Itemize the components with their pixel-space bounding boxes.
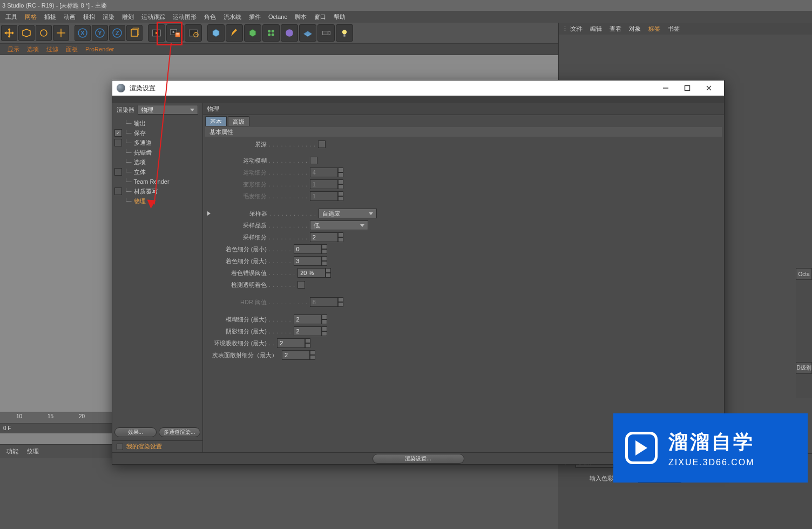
tool-lock-x-icon[interactable]: X bbox=[75, 25, 91, 41]
in-sssmax[interactable]: 2 bbox=[282, 350, 310, 360]
in-sampsub[interactable]: 2 bbox=[310, 232, 338, 242]
play-icon bbox=[625, 432, 658, 464]
chk-detect[interactable] bbox=[297, 281, 305, 289]
menu-octane[interactable]: Octane bbox=[268, 14, 287, 20]
svg-text:Y: Y bbox=[98, 30, 102, 36]
tool-circle-icon[interactable] bbox=[36, 25, 52, 41]
tick: 15 bbox=[48, 413, 53, 419]
tool-lock-y-icon[interactable]: Y bbox=[92, 25, 108, 41]
chk-dof[interactable] bbox=[318, 140, 326, 148]
menu-plugins[interactable]: 插件 bbox=[249, 13, 261, 21]
in-defsub[interactable]: 1 bbox=[310, 179, 338, 189]
in-hairsub[interactable]: 1 bbox=[310, 191, 338, 201]
subbar-options[interactable]: 选项 bbox=[27, 45, 39, 53]
tool-pen-icon[interactable] bbox=[226, 24, 243, 42]
subbar-filter[interactable]: 过滤 bbox=[46, 45, 58, 53]
tool-axis-icon[interactable] bbox=[53, 25, 69, 41]
om-view[interactable]: 查看 bbox=[610, 25, 621, 33]
om-edit[interactable]: 编辑 bbox=[590, 25, 602, 33]
menu-script[interactable]: 脚本 bbox=[295, 13, 307, 21]
om-tags[interactable]: 标签 bbox=[648, 25, 660, 33]
tool-cube-icon[interactable] bbox=[18, 25, 35, 41]
minimize-button[interactable] bbox=[655, 81, 676, 96]
sel-quality[interactable]: 低 bbox=[310, 220, 368, 230]
material-manager[interactable] bbox=[0, 458, 558, 529]
sel-sampler[interactable]: 自适应 bbox=[319, 209, 377, 218]
tool-floor-icon[interactable] bbox=[299, 24, 316, 42]
om-object[interactable]: 对象 bbox=[629, 25, 641, 33]
menu-render[interactable]: 渲染 bbox=[103, 13, 114, 21]
section-basic-props: 基本属性 bbox=[205, 127, 722, 137]
cat-teamrender[interactable]: └─Team Render bbox=[112, 177, 202, 186]
cat-stereo[interactable]: └─立体 bbox=[112, 167, 202, 177]
lbl-defsub: 变形细分 bbox=[243, 180, 267, 189]
tool-prim-cube-icon[interactable] bbox=[207, 24, 225, 42]
chk-motionblur[interactable] bbox=[310, 157, 317, 164]
subbar-prorender[interactable]: ProRender bbox=[85, 46, 114, 52]
tool-lock-z-icon[interactable]: Z bbox=[109, 25, 125, 41]
cat-output[interactable]: └─输出 bbox=[112, 118, 202, 128]
tool-render-view-icon[interactable] bbox=[148, 24, 165, 42]
vtab-octane[interactable]: Octa bbox=[796, 268, 812, 280]
cat-multipass[interactable]: └─多通道 bbox=[112, 138, 202, 148]
subbar-panel[interactable]: 面板 bbox=[66, 45, 78, 53]
tool-render-settings-icon[interactable] bbox=[166, 24, 184, 42]
cat-options[interactable]: └─选项 bbox=[112, 157, 202, 167]
close-button[interactable] bbox=[698, 81, 720, 96]
tool-move-icon[interactable] bbox=[1, 25, 17, 41]
menu-snap[interactable]: 捕捉 bbox=[44, 13, 56, 21]
tool-deformer-icon[interactable] bbox=[281, 24, 298, 42]
menu-track[interactable]: 运动跟踪 bbox=[141, 13, 165, 21]
dialog-grip[interactable] bbox=[112, 96, 724, 103]
tab-texture[interactable]: 纹理 bbox=[27, 447, 39, 456]
in-blurmax[interactable]: 2 bbox=[294, 314, 322, 324]
tool-light-icon[interactable] bbox=[336, 24, 353, 42]
maximize-button[interactable] bbox=[676, 81, 698, 96]
right-vertical-tabs: Octa D级别 bbox=[796, 268, 812, 398]
tab-function[interactable]: 功能 bbox=[6, 447, 18, 456]
tool-camera-icon[interactable] bbox=[317, 24, 335, 42]
menu-help[interactable]: 帮助 bbox=[334, 13, 346, 21]
subbar-display[interactable]: 显示 bbox=[8, 45, 19, 53]
tab-basic[interactable]: 基本 bbox=[205, 116, 227, 126]
dialog-titlebar[interactable]: 渲染设置 bbox=[112, 81, 724, 96]
menu-sculpt[interactable]: 雕刻 bbox=[122, 13, 134, 21]
cat-matoverride[interactable]: └─材质覆写 bbox=[112, 186, 202, 196]
footer-render-settings-button[interactable]: 渲染设置... bbox=[373, 454, 464, 464]
tab-advanced[interactable]: 高级 bbox=[228, 116, 249, 126]
menu-pipeline[interactable]: 流水线 bbox=[224, 13, 241, 21]
c4d-icon bbox=[117, 84, 125, 92]
effects-button[interactable]: 效果... bbox=[114, 427, 157, 437]
tool-coord-icon[interactable] bbox=[126, 25, 143, 41]
in-shademin[interactable]: 0 bbox=[294, 244, 322, 254]
dialog-title: 渲染设置 bbox=[130, 84, 655, 93]
menu-anim[interactable]: 动画 bbox=[64, 13, 76, 21]
tool-render-queue-icon[interactable] bbox=[185, 24, 202, 42]
in-shadowmax[interactable]: 2 bbox=[294, 326, 322, 336]
cat-antialias[interactable]: └─抗锯齿 bbox=[112, 148, 202, 157]
my-render-settings[interactable]: 我的渲染设置 bbox=[112, 440, 202, 452]
menu-tools[interactable]: 工具 bbox=[5, 13, 17, 21]
tool-mograph-icon[interactable] bbox=[262, 24, 280, 42]
tool-nurbs-icon[interactable] bbox=[244, 24, 261, 42]
menu-sim[interactable]: 模拟 bbox=[83, 13, 95, 21]
vtab-dlevel[interactable]: D级别 bbox=[796, 362, 812, 374]
cat-save[interactable]: ✓└─保存 bbox=[112, 128, 202, 138]
in-err[interactable]: 20 % bbox=[297, 268, 326, 278]
menu-window[interactable]: 窗口 bbox=[314, 13, 326, 21]
cat-physical[interactable]: └─物理 bbox=[112, 196, 202, 206]
twist-icon[interactable] bbox=[207, 211, 212, 216]
menu-mesh[interactable]: 网格 bbox=[25, 13, 37, 21]
in-mbsub[interactable]: 4 bbox=[310, 168, 338, 177]
om-bookmark[interactable]: 书签 bbox=[668, 25, 680, 33]
in-shademax[interactable]: 3 bbox=[294, 256, 322, 266]
in-hdr[interactable]: 8 bbox=[310, 297, 338, 307]
settings-category-list: └─输出 ✓└─保存 └─多通道 └─抗锯齿 └─选项 └─立体 └─Team … bbox=[112, 116, 202, 206]
renderer-select[interactable]: 物理 bbox=[138, 105, 198, 115]
menu-char[interactable]: 角色 bbox=[204, 13, 216, 21]
in-aomax[interactable]: 2 bbox=[277, 338, 305, 348]
lbl-motionblur: 运动模糊 bbox=[243, 157, 267, 165]
lbl-shademax: 着色细分 (最大) bbox=[226, 257, 267, 265]
menu-mograph[interactable]: 运动图形 bbox=[173, 13, 197, 21]
multipass-button[interactable]: 多通道渲染... bbox=[159, 427, 201, 437]
